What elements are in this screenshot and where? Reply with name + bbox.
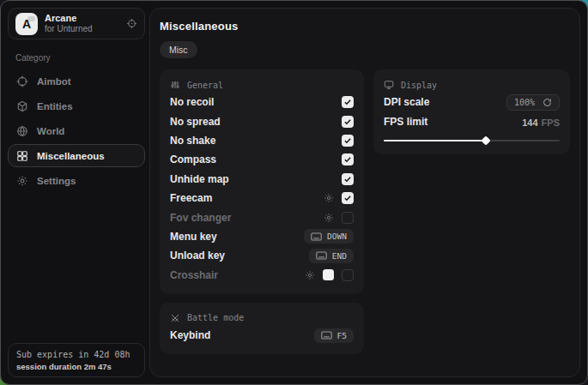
session-duration-text: session duration 2m 47s (16, 362, 136, 371)
keyboard-icon (321, 331, 332, 340)
compass-checkbox[interactable] (342, 153, 354, 165)
fps-slider[interactable] (384, 136, 560, 145)
setting-label: Compass (170, 153, 216, 165)
setting-label: No spread (170, 116, 221, 128)
main-panel: Miscellaneous Misc General (149, 8, 580, 377)
check-icon (343, 194, 352, 202)
setting-row-no-recoil: No recoil (170, 93, 354, 111)
key-value: END (332, 251, 347, 261)
no-spread-checkbox[interactable] (342, 116, 354, 128)
layout-grid-icon (16, 150, 28, 162)
sidebar-item-label: World (37, 126, 64, 136)
monitor-icon (384, 80, 394, 90)
setting-row-menu-key: Menu key DOWN (170, 227, 354, 246)
display-card: Display DPI scale 100% (373, 69, 570, 154)
check-icon (343, 117, 352, 126)
target-icon[interactable] (126, 18, 137, 29)
crosshair-checkbox[interactable] (342, 269, 354, 281)
check-icon (343, 155, 352, 164)
setting-label: FPS limit (384, 116, 427, 128)
card-title: Display (401, 81, 437, 90)
setting-label: DPI scale (384, 96, 429, 108)
card-title: General (187, 81, 223, 90)
setting-row-dpi-scale: DPI scale 100% (384, 93, 560, 111)
setting-label: Fov changer (170, 212, 231, 224)
fps-unit: FPS (542, 117, 560, 128)
no-shake-checkbox[interactable] (342, 135, 354, 147)
globe-icon (16, 125, 28, 137)
setting-label: Menu key (170, 231, 217, 243)
dpi-value: 100% (514, 98, 535, 107)
setting-row-keybind: Keybind F5 (170, 326, 354, 345)
dpi-scale-control[interactable]: 100% (506, 94, 560, 111)
sidebar-item-label: Aimbot (37, 76, 71, 87)
general-card: General No recoil No spread (160, 69, 364, 294)
setting-label: Unhide map (170, 173, 229, 185)
logo-letter: A (22, 17, 31, 31)
freecam-checkbox[interactable] (342, 192, 354, 204)
sidebar-item-aimbot[interactable]: Aimbot (8, 69, 145, 93)
key-value: DOWN (327, 232, 347, 241)
setting-row-crosshair: Crosshair (170, 266, 354, 285)
sidebar-item-label: Entities (37, 101, 73, 111)
setting-label: Keybind (170, 329, 210, 341)
sidebar: A Arcane for Unturned Category Aimbot (8, 8, 145, 377)
sidebar-item-world[interactable]: World (8, 119, 145, 142)
menu-key-binding[interactable]: DOWN (304, 229, 354, 244)
brand-title: Arcane (45, 13, 93, 24)
setting-label: Crosshair (170, 269, 218, 281)
fps-value: 144 (522, 117, 537, 128)
setting-label: No shake (170, 135, 215, 147)
setting-label: No recoil (170, 96, 214, 108)
sidebar-item-entities[interactable]: Entities (8, 94, 145, 117)
sub-expiry-text: Sub expires in 42d 08h (16, 350, 136, 359)
fov-changer-checkbox[interactable] (342, 212, 354, 224)
keyboard-icon (316, 251, 327, 260)
swords-icon (170, 313, 180, 323)
battle-keybind[interactable]: F5 (314, 328, 354, 343)
crosshair-icon (16, 75, 28, 87)
brand-subtitle: for Unturned (45, 24, 93, 34)
battle-mode-card: Battle mode Keybind F5 (160, 303, 364, 354)
setting-row-compass: Compass (170, 150, 354, 169)
brand-card: A Arcane for Unturned (8, 8, 145, 39)
setting-row-unhide-map: Unhide map (170, 170, 354, 189)
reset-icon[interactable] (543, 98, 552, 107)
sidebar-item-label: Settings (37, 176, 76, 186)
slider-fill (384, 140, 486, 142)
no-recoil-checkbox[interactable] (342, 96, 354, 108)
setting-row-no-spread: No spread (170, 111, 354, 130)
subscription-status-card: Sub expires in 42d 08h session duration … (8, 343, 145, 377)
tab-misc[interactable]: Misc (160, 41, 197, 58)
setting-label: Unload key (170, 250, 225, 262)
setting-row-no-shake: No shake (170, 131, 354, 150)
setting-row-freecam: Freecam (170, 189, 354, 208)
category-label: Category (15, 53, 137, 63)
unload-key-binding[interactable]: END (309, 249, 354, 263)
crosshair-settings-gear-icon[interactable] (305, 270, 315, 280)
check-icon (343, 175, 352, 183)
check-icon (343, 136, 352, 145)
cube-icon (16, 100, 28, 112)
sidebar-item-settings[interactable]: Settings (8, 169, 145, 192)
sidebar-item-label: Miscellaneous (37, 151, 105, 161)
setting-row-fps-limit: FPS limit 144FPS (384, 111, 560, 130)
crosshair-color-swatch[interactable] (323, 269, 334, 280)
card-title: Battle mode (187, 313, 244, 322)
app-logo: A (15, 13, 38, 35)
setting-label: Freecam (170, 192, 212, 204)
fov-settings-gear-icon[interactable] (324, 213, 334, 223)
check-icon (343, 98, 352, 106)
setting-row-unload-key: Unload key END (170, 246, 354, 265)
keyboard-icon (311, 232, 322, 241)
gear-icon (16, 175, 28, 187)
app-window: A Arcane for Unturned Category Aimbot (0, 0, 588, 385)
unhide-map-checkbox[interactable] (342, 173, 354, 185)
freecam-settings-gear-icon[interactable] (324, 193, 334, 203)
sidebar-item-miscellaneous[interactable]: Miscellaneous (8, 144, 145, 167)
key-value: F5 (337, 331, 347, 340)
slider-thumb[interactable] (481, 135, 490, 145)
sliders-icon (170, 80, 180, 90)
page-title: Miscellaneous (160, 20, 570, 33)
setting-row-fov-changer: Fov changer (170, 208, 354, 226)
